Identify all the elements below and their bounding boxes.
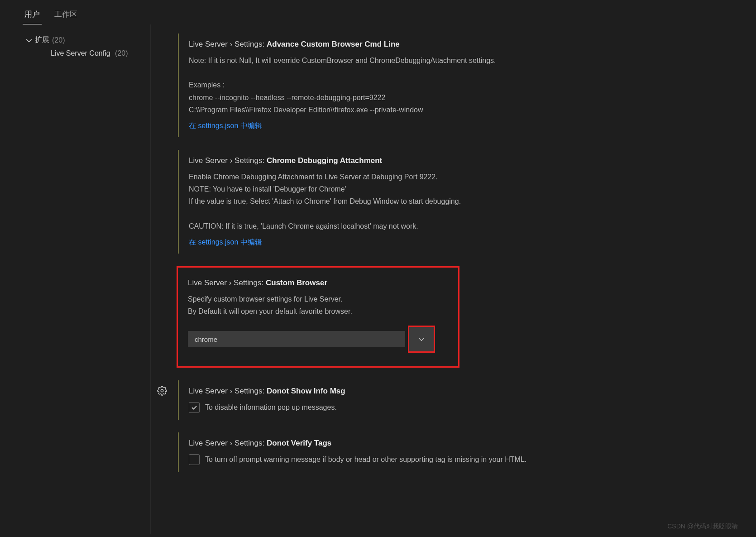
chevron-down-icon (417, 335, 426, 343)
checkbox-donot-show-info[interactable] (189, 402, 200, 413)
checkbox-donot-verify-tags[interactable] (189, 454, 200, 465)
gear-icon[interactable] (157, 386, 167, 397)
setting-description: To disable information pop up messages. (205, 401, 337, 413)
setting-description: Specify custom browser settings for Live… (188, 293, 449, 317)
settings-sidebar: 扩展 (20) Live Server Config (20) (0, 24, 151, 534)
setting-custom-browser: Live Server › Settings: Custom Browser S… (177, 266, 459, 368)
tab-workspace[interactable]: 工作区 (53, 5, 79, 24)
select-dropdown-arrow[interactable] (408, 326, 435, 353)
setting-description: Note: If it is not Null, It will overrid… (189, 54, 738, 116)
chevron-down-icon (25, 36, 33, 44)
setting-donot-show-info-msg: Live Server › Settings: Donot Show Info … (178, 380, 738, 420)
edit-in-settings-json-link[interactable]: 在 settings.json 中编辑 (189, 238, 262, 247)
setting-description: Enable Chrome Debugging Attachment to Li… (189, 171, 738, 232)
select-value[interactable]: chrome (188, 331, 405, 347)
sidebar-item-count: (20) (115, 49, 128, 57)
settings-scope-tabs: 用户 工作区 (0, 0, 756, 24)
setting-advance-custom-browser-cmd: Live Server › Settings: Advance Custom B… (178, 34, 738, 137)
svg-point-0 (161, 390, 163, 393)
tab-user[interactable]: 用户 (23, 5, 42, 24)
sidebar-item-label: 扩展 (35, 35, 49, 45)
setting-donot-verify-tags: Live Server › Settings: Donot Verify Tag… (178, 432, 738, 472)
sidebar-item-live-server[interactable]: Live Server Config (20) (0, 47, 150, 60)
edit-in-settings-json-link[interactable]: 在 settings.json 中编辑 (189, 121, 262, 131)
setting-title: Live Server › Settings: Advance Custom B… (189, 40, 738, 49)
setting-title: Live Server › Settings: Donot Show Info … (189, 387, 738, 396)
setting-description: To turn off prompt warning message if bo… (205, 453, 526, 465)
sidebar-item-count: (20) (52, 36, 65, 44)
content-wrapper: 扩展 (20) Live Server Config (20) Live Ser… (0, 24, 756, 534)
custom-browser-select[interactable]: chrome (188, 326, 449, 353)
setting-title: Live Server › Settings: Donot Verify Tag… (189, 439, 738, 448)
watermark-text: CSDN @代码对我眨眼睛 (667, 523, 738, 531)
setting-chrome-debugging-attachment: Live Server › Settings: Chrome Debugging… (178, 150, 738, 254)
checkbox-row: To disable information pop up messages. (189, 401, 738, 413)
check-icon (191, 404, 198, 411)
setting-title: Live Server › Settings: Custom Browser (188, 278, 449, 288)
settings-main: Live Server › Settings: Advance Custom B… (151, 24, 756, 534)
sidebar-item-label: Live Server Config (51, 49, 110, 57)
sidebar-item-extensions[interactable]: 扩展 (20) (0, 34, 150, 47)
checkbox-row: To turn off prompt warning message if bo… (189, 453, 738, 465)
setting-title: Live Server › Settings: Chrome Debugging… (189, 156, 738, 165)
